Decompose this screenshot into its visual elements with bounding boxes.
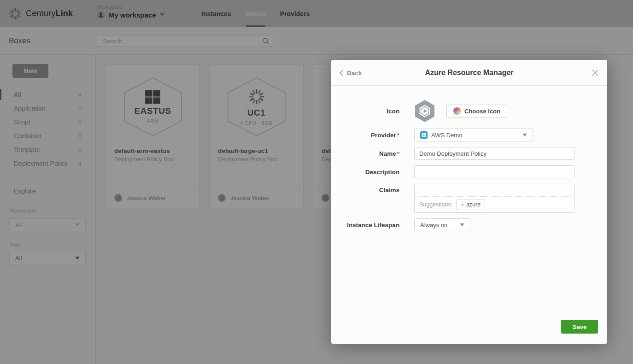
modal-header: Back Azure Resource Manager <box>331 60 607 86</box>
name-label: Name* <box>331 150 399 157</box>
choose-icon-button[interactable]: Choose Icon <box>446 105 507 117</box>
back-button[interactable]: Back <box>339 60 362 86</box>
suggestions-label: Suggestions: <box>419 201 452 208</box>
provider-label: Provider* <box>331 132 399 139</box>
required-asterisk: * <box>397 150 399 157</box>
close-icon <box>592 69 599 76</box>
suggestion-chip-azure[interactable]: + azure <box>456 200 485 210</box>
claims-label: Claims <box>331 184 399 197</box>
plus-icon: + <box>461 201 464 208</box>
policy-hexagon-icon <box>414 100 435 123</box>
chevron-down-icon <box>522 134 527 136</box>
provider-select[interactable]: AWS Demo <box>414 129 533 141</box>
azure-icon <box>420 131 428 139</box>
screen: CenturyLink Workspace My workspace Insta… <box>0 0 633 364</box>
lifespan-value: Always on <box>420 222 447 229</box>
description-label: Description <box>331 169 399 176</box>
claims-box: Suggestions: + azure <box>414 184 574 213</box>
name-input[interactable] <box>414 147 574 160</box>
icon-field-label: Icon <box>331 108 399 115</box>
lifespan-label: Instance Lifespan <box>331 222 399 229</box>
policy-form: Icon Choose Icon Provider* <box>331 86 607 231</box>
close-button[interactable] <box>592 69 599 76</box>
chevron-down-icon <box>460 223 464 226</box>
save-button[interactable]: Save <box>561 320 598 334</box>
color-wheel-icon <box>453 107 461 115</box>
required-asterisk: * <box>397 132 399 139</box>
modal-title: Azure Resource Manager <box>331 60 607 86</box>
provider-value: AWS Demo <box>431 132 462 139</box>
description-input[interactable] <box>414 165 574 178</box>
lifespan-select[interactable]: Always on <box>414 218 470 231</box>
chevron-left-icon <box>339 70 344 76</box>
azure-resource-manager-dialog: Back Azure Resource Manager Icon <box>331 60 607 344</box>
claims-input[interactable] <box>415 184 574 197</box>
